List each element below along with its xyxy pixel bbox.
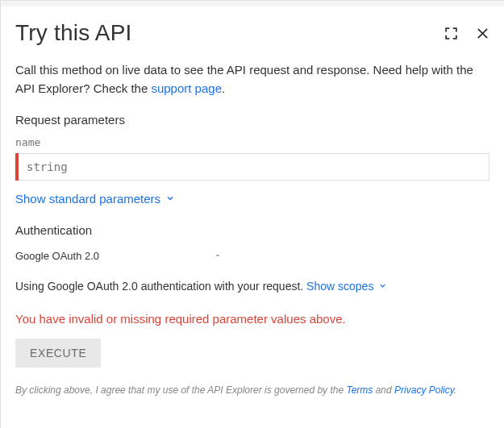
header-row: Try this API — [15, 20, 489, 46]
auth-dropdown[interactable]: Google OAuth 2.0 — [15, 247, 222, 265]
page-title: Try this API — [15, 20, 132, 46]
request-params-header: Request parameters — [15, 113, 489, 127]
header-icons — [444, 27, 489, 40]
param-input-wrap — [15, 153, 489, 181]
description-prefix: Call this method on live data to see the… — [15, 63, 473, 95]
top-border — [1, 1, 504, 6]
api-explorer-panel: Try this API Call this method on live da… — [0, 0, 504, 428]
chevron-down-icon — [378, 280, 387, 293]
show-scopes-label: Show scopes — [306, 280, 373, 293]
dropdown-caret-icon — [214, 250, 222, 262]
error-message: You have invalid or missing required par… — [15, 312, 489, 326]
auth-header: Authentication — [15, 223, 489, 237]
show-standard-parameters-link[interactable]: Show standard parameters — [15, 192, 175, 206]
disclaimer-prefix: By clicking above, I agree that my use o… — [15, 384, 346, 396]
auth-desc-text: Using Google OAuth 2.0 authentication wi… — [15, 280, 306, 293]
execute-button[interactable]: EXECUTE — [15, 339, 101, 368]
show-standard-parameters-label: Show standard parameters — [15, 192, 160, 206]
close-icon[interactable] — [476, 27, 489, 40]
disclaimer-and: and — [373, 384, 394, 396]
terms-link[interactable]: Terms — [346, 384, 373, 396]
fullscreen-icon[interactable] — [444, 27, 458, 40]
description-suffix: . — [222, 81, 225, 95]
auth-section: Authentication Google OAuth 2.0 Using Go… — [15, 223, 489, 293]
chevron-down-icon — [165, 192, 175, 206]
name-input[interactable] — [19, 153, 489, 181]
disclaimer-text: By clicking above, I agree that my use o… — [15, 384, 489, 397]
privacy-policy-link[interactable]: Privacy Policy — [394, 384, 454, 396]
auth-dropdown-selected: Google OAuth 2.0 — [15, 250, 99, 262]
param-name-label: name — [15, 136, 489, 148]
disclaimer-suffix: . — [454, 384, 456, 396]
show-scopes-link[interactable]: Show scopes — [306, 280, 387, 293]
description-text: Call this method on live data to see the… — [15, 60, 489, 98]
support-page-link[interactable]: support page — [151, 81, 222, 95]
auth-description: Using Google OAuth 2.0 authentication wi… — [15, 280, 489, 293]
